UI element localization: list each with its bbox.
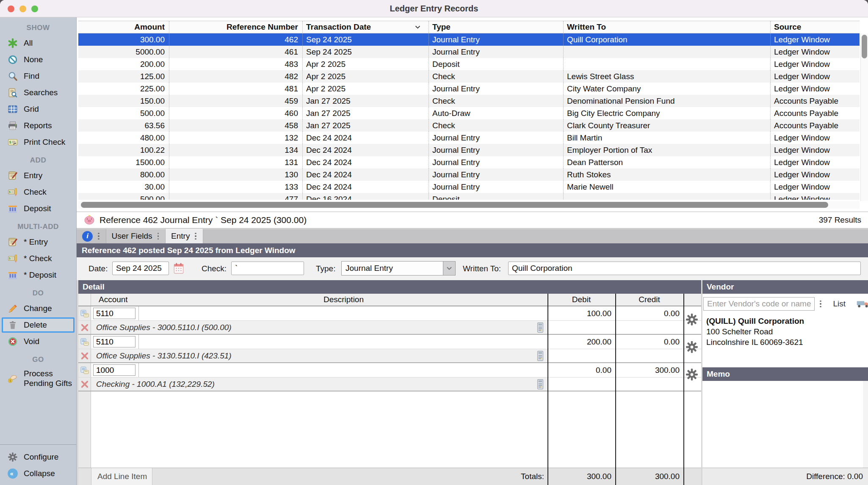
sidebar-item-multi-deposit[interactable]: * Deposit [2, 267, 75, 283]
detail-column-debit: Debit [547, 295, 615, 304]
remove-line-icon[interactable] [78, 321, 91, 334]
kebab-menu-icon[interactable] [97, 232, 100, 241]
vendor-search-input[interactable] [703, 297, 815, 311]
sidebar-item-process-pending-gifts[interactable]: $ Process Pending Gifts [2, 367, 75, 389]
table-row[interactable]: 300.00462Sep 24 2025Journal EntryQuill C… [78, 33, 860, 46]
column-header-written-to[interactable]: Written To [564, 21, 771, 33]
check-field[interactable] [231, 262, 304, 275]
line-settings-gear-icon[interactable] [686, 368, 698, 381]
credit-value[interactable]: 0.00 [616, 309, 684, 318]
table-row[interactable]: 150.00459Jan 27 2025CheckDenominational … [78, 95, 860, 107]
sidebar-item-reports[interactable]: Reports [2, 118, 75, 133]
sidebar-item-void[interactable]: Void [2, 334, 75, 349]
cell-type: Journal Entry [429, 33, 564, 46]
sidebar-item-print-check[interactable]: $ Print Check [2, 135, 75, 150]
calculator-icon[interactable] [536, 350, 545, 361]
remove-line-icon[interactable] [78, 349, 91, 362]
column-header-transaction-date[interactable]: Transaction Date [303, 21, 429, 33]
date-field[interactable] [112, 262, 169, 275]
column-header-source[interactable]: Source [771, 21, 860, 33]
zoom-button[interactable] [31, 6, 38, 12]
column-header-amount[interactable]: Amount [78, 21, 169, 33]
vertical-scrollbar[interactable] [860, 33, 868, 201]
notes-icon[interactable] [78, 363, 91, 377]
debit-value[interactable]: 100.00 [548, 309, 616, 318]
debit-value[interactable]: 200.00 [548, 337, 616, 347]
sidebar-item-none[interactable]: None [2, 52, 75, 67]
kebab-menu-icon[interactable] [157, 232, 160, 241]
debit-value[interactable]: 0.00 [548, 366, 616, 375]
account-field[interactable] [93, 308, 135, 319]
table-row[interactable]: 125.00482Apr 2 2025CheckLewis Street Gla… [78, 70, 860, 83]
tab-entry[interactable]: Entry [166, 229, 203, 243]
vendor-search-row: List [702, 296, 868, 311]
add-line-item-button[interactable]: Add Line Item [91, 468, 152, 485]
memo-field[interactable] [702, 381, 868, 468]
calendar-icon[interactable] [173, 262, 184, 276]
sidebar-item-label: Grid [24, 105, 39, 114]
table-row[interactable]: 100.22134Dec 24 2024Journal EntryEmploye… [78, 144, 860, 156]
account-field[interactable] [93, 336, 135, 347]
vendor-list-button[interactable]: List [833, 299, 846, 309]
table-row[interactable]: 5000.00461Sep 24 2025Journal EntryLedger… [78, 46, 860, 58]
sidebar-item-find[interactable]: Find [2, 69, 75, 84]
credit-value[interactable]: 0.00 [616, 337, 684, 347]
table-row[interactable]: 63.56458Jan 27 2025CheckClark County Tre… [78, 119, 860, 132]
horizontal-scrollbar-thumb[interactable] [81, 202, 828, 208]
notes-icon[interactable] [78, 306, 91, 320]
table-row[interactable]: 200.00483Apr 2 2025DepositLedger Window [78, 58, 860, 70]
sidebar-item-multi-entry[interactable]: * Entry [2, 234, 75, 250]
scroll-quill-icon [7, 237, 18, 248]
cell-amount: 150.00 [78, 95, 169, 107]
sidebar-item-multi-check[interactable]: $ * Check [2, 251, 75, 266]
sidebar-item-grid[interactable]: Grid [2, 102, 75, 117]
calculator-icon[interactable] [536, 322, 545, 333]
tab-label: Entry [171, 231, 190, 241]
table-row[interactable]: 480.00132Dec 24 2024Journal EntryBill Ma… [78, 132, 860, 144]
minimize-button[interactable] [19, 6, 26, 12]
sidebar-item-change[interactable]: Change [2, 301, 75, 316]
vertical-scrollbar-thumb[interactable] [862, 35, 867, 58]
horizontal-scrollbar[interactable] [78, 201, 860, 209]
cell-source: Accounts Payable [771, 119, 860, 132]
written-to-field[interactable] [508, 262, 861, 275]
tab-user-fields[interactable]: User Fields [106, 229, 166, 243]
sidebar-item-check[interactable]: $ Check [2, 185, 75, 200]
description-field[interactable] [138, 363, 548, 377]
sidebar-item-entry[interactable]: Entry [2, 168, 75, 183]
account-field[interactable] [93, 364, 135, 376]
line-settings-gear-icon[interactable] [686, 313, 698, 326]
sidebar-item-searches[interactable]: Searches [2, 85, 75, 100]
column-header-type[interactable]: Type [429, 21, 564, 33]
cell-reference: 481 [169, 83, 303, 95]
detail-panel: Detail Account Description Debit Credit [78, 280, 701, 485]
description-field[interactable] [138, 306, 548, 320]
column-header-reference-number[interactable]: Reference Number [169, 21, 303, 33]
sidebar-item-collapse[interactable]: « Collapse [2, 466, 75, 481]
description-field[interactable] [138, 335, 548, 349]
info-icon[interactable]: i [82, 231, 93, 242]
remove-line-icon[interactable] [78, 378, 91, 391]
cell-amount: 480.00 [78, 132, 169, 144]
sidebar-item-configure[interactable]: Configure [2, 449, 75, 465]
cell-written-to: City Water Company [564, 83, 771, 95]
table-row[interactable]: 500.00477Dec 16 2024DepositLedger Window [78, 193, 860, 200]
sidebar-item-deposit[interactable]: Deposit [2, 201, 75, 216]
table-row[interactable]: 1500.00131Dec 24 2024Journal EntryDean P… [78, 156, 860, 168]
table-row[interactable]: 500.00460Jan 27 2025Auto-DrawBig City El… [78, 107, 860, 119]
line-settings-gear-icon[interactable] [686, 341, 698, 353]
table-row[interactable]: 30.00133Dec 24 2024Journal EntryMarie Ne… [78, 181, 860, 193]
sidebar-item-all[interactable]: All [2, 36, 75, 51]
truck-icon[interactable] [856, 299, 868, 309]
notes-icon[interactable] [78, 335, 91, 349]
sidebar-item-label: Deposit [24, 204, 51, 213]
calculator-icon[interactable] [536, 379, 545, 390]
table-row[interactable]: 225.00481Apr 2 2025Journal EntryCity Wat… [78, 83, 860, 95]
sidebar-item-delete[interactable]: Delete [2, 317, 75, 333]
kebab-menu-icon[interactable] [819, 300, 822, 309]
table-row[interactable]: 800.00130Dec 24 2024Journal EntryRuth St… [78, 168, 860, 181]
credit-value[interactable]: 300.00 [616, 366, 684, 375]
kebab-menu-icon[interactable] [194, 232, 197, 241]
close-button[interactable] [8, 6, 14, 12]
type-dropdown[interactable]: Journal Entry [341, 261, 456, 276]
